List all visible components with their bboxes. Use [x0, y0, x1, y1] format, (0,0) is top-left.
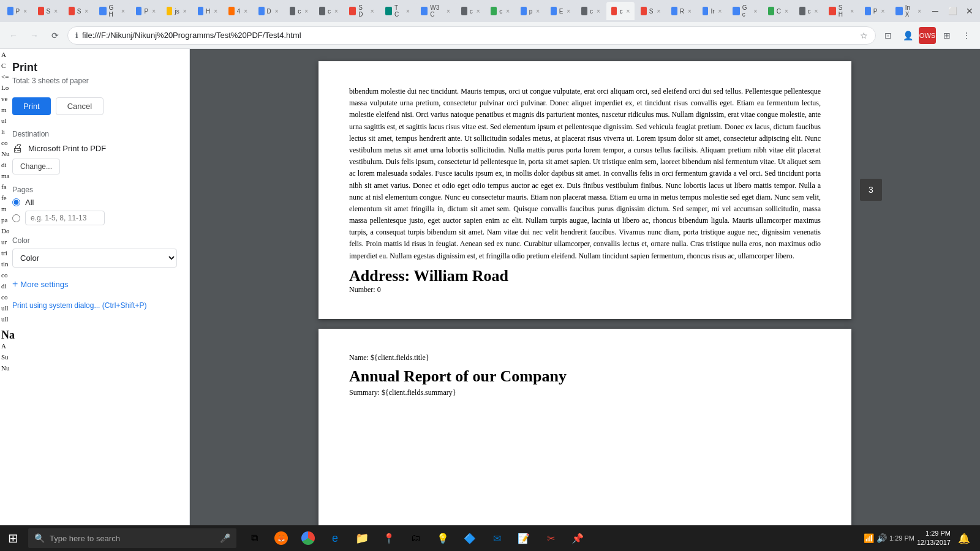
tab-22[interactable]: R×	[666, 2, 696, 20]
tab-12[interactable]: S D×	[344, 2, 379, 20]
app6-taskbar[interactable]: 🗂	[403, 525, 429, 551]
tab-11[interactable]: c×	[314, 2, 343, 20]
search-icon: 🔍	[34, 533, 45, 543]
pages-label: Pages	[12, 186, 177, 194]
pages-all-option[interactable]: All	[12, 198, 177, 207]
pages-custom-option[interactable]	[12, 211, 177, 225]
snip-taskbar[interactable]: ✂	[538, 525, 564, 551]
tab-4[interactable]: G H×	[94, 2, 130, 20]
destination-section: Destination 🖨 Microsoft Print to PDF Cha…	[12, 130, 177, 174]
chrome-taskbar[interactable]	[295, 525, 321, 551]
tab-18[interactable]: E×	[546, 2, 575, 20]
tab-9[interactable]: D×	[254, 2, 284, 20]
color-select[interactable]: Color Black and white	[12, 249, 177, 268]
tab-2[interactable]: S×	[33, 2, 62, 20]
print-panel: Print Total: 3 sheets of paper Print Can…	[0, 49, 190, 551]
vs2-taskbar[interactable]: 🔷	[457, 525, 483, 551]
page2-name-line: Name: ${client.fields.title}	[349, 353, 821, 362]
maps-taskbar[interactable]: 📍	[376, 525, 402, 551]
tab-27[interactable]: S H×	[824, 2, 859, 20]
taskbar-search-box[interactable]: 🔍 Type here to search 🎤	[28, 528, 236, 548]
tab-21[interactable]: S×	[636, 2, 665, 20]
tab-24[interactable]: G c×	[728, 2, 762, 20]
outlook-taskbar[interactable]: ✉	[484, 525, 510, 551]
taskbar-apps-group: ⧉ 🦊 e 📁 📍 🗂 💡 🔷 ✉ 📝 ✂ 📌	[239, 525, 593, 551]
task-view-button[interactable]: ⧉	[241, 525, 267, 551]
back-button[interactable]: ←	[5, 27, 22, 44]
notes-taskbar[interactable]: 📝	[511, 525, 537, 551]
extensions-button[interactable]: OWS	[919, 27, 936, 44]
tab-8[interactable]: 4×	[224, 2, 252, 20]
tab-6[interactable]: js×	[162, 2, 192, 20]
tab-3[interactable]: S×	[64, 2, 93, 20]
pages-radio-group: All	[12, 198, 177, 225]
tab-13[interactable]: T C×	[380, 2, 415, 20]
tab-17[interactable]: p×	[516, 2, 545, 20]
pdf-preview-area[interactable]: bibendum molestie dui nec tincidunt. Mau…	[190, 49, 980, 551]
tab-10[interactable]: c×	[285, 2, 314, 20]
profile-button[interactable]: 👤	[899, 27, 916, 44]
pdf-page-1: bibendum molestie dui nec tincidunt. Mau…	[318, 61, 851, 319]
tab-19[interactable]: c×	[576, 2, 605, 20]
lock-icon: ℹ	[75, 31, 78, 40]
tab-20-active[interactable]: c×	[606, 2, 635, 20]
pages-section: Pages All	[12, 186, 177, 225]
address-bar[interactable]: ℹ file:///F:/Nikunj/Nikunj%20Programms/T…	[67, 26, 876, 45]
vs-taskbar[interactable]: 💡	[430, 525, 456, 551]
more-settings-label: More settings	[20, 280, 68, 289]
main-area: Print Total: 3 sheets of paper Print Can…	[0, 49, 980, 551]
tab-26[interactable]: c×	[794, 2, 823, 20]
volume-icon[interactable]: 🔊	[876, 533, 887, 543]
pdf-page-1-text: bibendum molestie dui nec tincidunt. Mau…	[349, 86, 821, 262]
taskbar-right-area: 📶 🔊 1:29 PM 1:29 PM 12/13/2017 🔔	[864, 527, 980, 549]
menu-button[interactable]: ⋮	[958, 27, 975, 44]
close-button[interactable]: ✕	[962, 3, 978, 19]
tab-bar: P× S× S× G H× P× js× H× 4× D× c× c× S D×…	[0, 0, 980, 22]
refresh-button[interactable]: ⟳	[47, 27, 64, 44]
system-dialog-link[interactable]: Print using system dialog... (Ctrl+Shift…	[12, 301, 146, 310]
cast-button[interactable]: ⊡	[880, 27, 897, 44]
search-placeholder-text: Type here to search	[50, 534, 215, 543]
network-icon[interactable]: 📶	[864, 533, 874, 543]
start-button[interactable]: ⊞	[0, 525, 26, 551]
taskbar: ⊞ 🔍 Type here to search 🎤 ⧉ 🦊 e 📁 📍 🗂 💡 …	[0, 525, 980, 551]
notification-button[interactable]: 🔔	[953, 527, 975, 549]
address-text: file:///F:/Nikunj/Nikunj%20Programms/Tes…	[82, 31, 856, 40]
color-section: Color Color Black and white	[12, 236, 177, 268]
minimize-button[interactable]: ─	[927, 3, 943, 19]
tab-29[interactable]: In X×	[891, 2, 926, 20]
microphone-icon[interactable]: 🎤	[220, 533, 230, 543]
print-title: Print	[12, 61, 177, 74]
tab-28[interactable]: P×	[860, 2, 889, 20]
tab-7[interactable]: H×	[193, 2, 223, 20]
change-destination-button[interactable]: Change...	[12, 159, 60, 174]
tab-25[interactable]: C×	[763, 2, 793, 20]
explorer-taskbar[interactable]: 📁	[349, 525, 375, 551]
bookmark-icon[interactable]: ☆	[860, 31, 868, 40]
tab-15[interactable]: c×	[456, 2, 485, 20]
tab-1[interactable]: P×	[2, 2, 32, 20]
address-bar-row: ← → ⟳ ℹ file:///F:/Nikunj/Nikunj%20Progr…	[0, 22, 980, 49]
bookmark-list-button[interactable]: ⊞	[938, 27, 956, 44]
battery-text: 1:29 PM	[889, 534, 914, 542]
time-display: 1:29 PM	[917, 529, 951, 538]
maps2-taskbar[interactable]: 📌	[565, 525, 590, 551]
clock[interactable]: 1:29 PM 12/13/2017	[917, 529, 951, 548]
pdf-page-2: Name: ${client.fields.title} Annual Repo…	[318, 329, 851, 551]
print-subtitle: Total: 3 sheets of paper	[12, 77, 177, 85]
page-number-badge-1: 3	[860, 179, 882, 201]
pages-custom-input[interactable]	[25, 211, 105, 225]
tab-14[interactable]: W3 C×	[416, 2, 455, 20]
tab-16[interactable]: c×	[486, 2, 514, 20]
maximize-button[interactable]: ⬜	[944, 3, 960, 19]
tab-5[interactable]: P×	[131, 2, 160, 20]
page1-number: Number: 0	[349, 285, 821, 294]
tab-23[interactable]: Ir×	[698, 2, 727, 20]
forward-button[interactable]: →	[26, 27, 43, 44]
edge-taskbar[interactable]: e	[322, 525, 348, 551]
firefox-taskbar[interactable]: 🦊	[268, 525, 294, 551]
cancel-button[interactable]: Cancel	[56, 97, 104, 115]
more-settings-toggle[interactable]: + More settings	[12, 279, 177, 290]
color-label: Color	[12, 236, 177, 245]
destination-label: Destination	[12, 130, 177, 138]
